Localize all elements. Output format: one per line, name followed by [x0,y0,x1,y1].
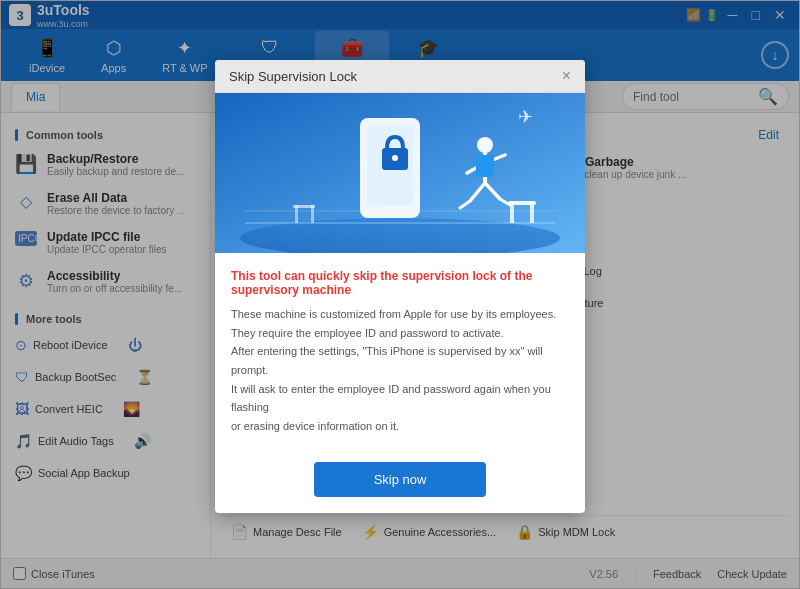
modal-header: Skip Supervision Lock × [215,60,585,93]
skip-now-button[interactable]: Skip now [314,462,487,497]
modal-line-3: After entering the settings, "This iPhon… [231,345,543,376]
modal-illustration: ✈ [215,93,585,253]
modal-overlay: Skip Supervision Lock × [0,0,800,589]
modal-line-5: or erasing device information on it. [231,420,399,432]
svg-rect-22 [293,205,315,208]
modal-close-button[interactable]: × [562,68,571,84]
svg-rect-19 [508,201,536,205]
modal-highlight-text: This tool can quickly skip the supervisi… [231,269,569,297]
modal-body-text: These machine is customized from Apple f… [231,305,569,436]
svg-rect-23 [476,155,494,177]
modal-image: ✈ [215,93,585,253]
svg-point-7 [392,155,398,161]
modal-line-2: They require the employee ID and passwor… [231,327,504,339]
svg-text:✈: ✈ [518,107,533,127]
svg-point-9 [477,137,493,153]
skip-supervision-modal: Skip Supervision Lock × [215,60,585,513]
main-window: 3 3uTools www.3u.com 📶 🔋 ─ □ ✕ 📱 iDevice… [0,0,800,589]
modal-title: Skip Supervision Lock [229,69,357,84]
modal-line-1: These machine is customized from Apple f… [231,308,556,320]
modal-line-4: It will ask to enter the employee ID and… [231,383,551,414]
modal-footer: Skip now [215,452,585,513]
modal-body: This tool can quickly skip the supervisi… [215,253,585,452]
